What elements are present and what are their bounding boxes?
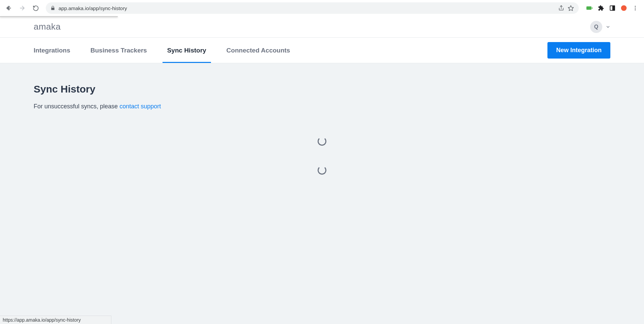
extension-orange-icon[interactable] [620, 5, 627, 11]
forward-button[interactable] [17, 3, 28, 13]
svg-point-6 [635, 6, 636, 7]
bookmark-star-icon[interactable] [568, 5, 574, 11]
extension-green-icon[interactable] [586, 5, 593, 11]
contact-support-link[interactable]: contact support [119, 103, 161, 110]
panel-icon[interactable] [609, 5, 616, 11]
chevron-down-icon [606, 25, 610, 29]
app-header: amaka Q [0, 16, 644, 38]
tab-connected-accounts[interactable]: Connected Accounts [226, 38, 290, 63]
share-icon[interactable] [558, 5, 564, 11]
svg-marker-2 [568, 5, 574, 10]
tabs: Integrations Business Trackers Sync Hist… [34, 38, 290, 63]
tab-integrations[interactable]: Integrations [34, 38, 70, 63]
spinner-icon [318, 137, 326, 146]
main-content: Sync History For unsuccessful syncs, ple… [0, 63, 644, 324]
tab-sync-history[interactable]: Sync History [167, 38, 206, 63]
extensions-area [583, 5, 641, 11]
page-title: Sync History [34, 83, 610, 95]
reload-button[interactable] [30, 3, 41, 13]
svg-point-8 [635, 9, 636, 10]
tab-loading-indicator [0, 16, 118, 17]
status-bar: https://app.amaka.io/app/sync-history [0, 316, 111, 324]
browser-toolbar: app.amaka.io/app/sync-history [0, 0, 644, 16]
loading-area [34, 137, 610, 175]
logo[interactable]: amaka [34, 22, 61, 32]
user-menu[interactable]: Q [590, 21, 610, 33]
svg-rect-4 [613, 6, 615, 10]
page-subtitle: For unsuccessful syncs, please contact s… [34, 103, 610, 110]
extensions-puzzle-icon[interactable] [598, 5, 604, 11]
back-button[interactable] [3, 3, 14, 13]
svg-point-7 [635, 8, 636, 9]
chrome-menu-icon[interactable] [632, 5, 639, 11]
avatar: Q [590, 21, 602, 33]
new-integration-button[interactable]: New Integration [547, 42, 610, 59]
url-text: app.amaka.io/app/sync-history [59, 5, 555, 11]
spinner-icon [318, 166, 326, 175]
nav-bar: Integrations Business Trackers Sync Hist… [0, 38, 644, 63]
subtitle-text: For unsuccessful syncs, please [34, 103, 119, 110]
tab-business-trackers[interactable]: Business Trackers [91, 38, 147, 63]
address-bar[interactable]: app.amaka.io/app/sync-history [46, 2, 579, 14]
svg-point-5 [621, 5, 627, 11]
lock-icon [50, 6, 55, 10]
